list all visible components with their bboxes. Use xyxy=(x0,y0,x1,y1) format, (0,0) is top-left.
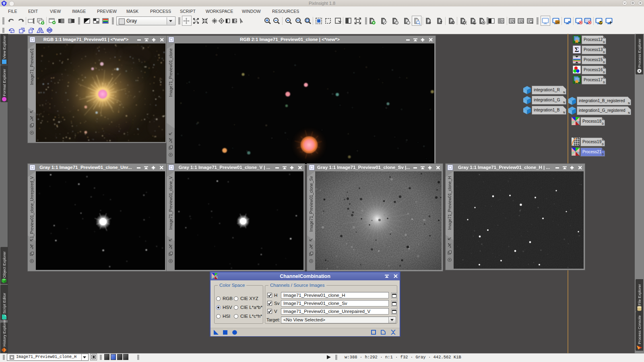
svg-text:Σ: Σ xyxy=(574,46,579,53)
svg-text:24: 24 xyxy=(556,21,559,24)
